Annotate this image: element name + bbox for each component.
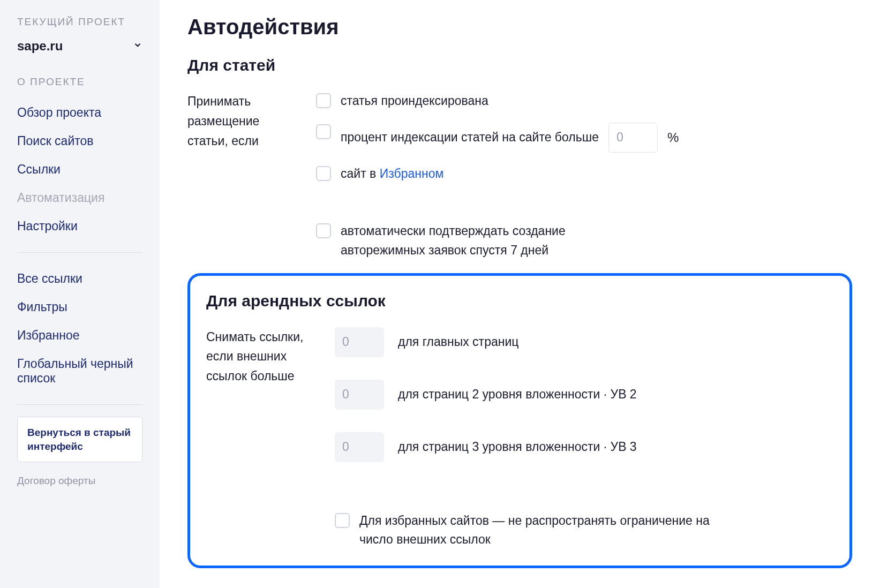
- checkbox-favorites-exempt[interactable]: [335, 513, 350, 528]
- sidebar-nav-about: Обзор проекта Поиск сайтов Ссылки Автома…: [17, 99, 142, 240]
- sidebar: ТЕКУЩИЙ ПРОЕКТ sape.ru О ПРОЕКТЕ Обзор п…: [0, 0, 160, 588]
- checkbox-site-favorites[interactable]: [316, 166, 331, 181]
- checkbox-row-indexed: статья проиндексирована: [316, 92, 852, 111]
- legacy-interface-button[interactable]: Вернуться в старый интерфейс: [17, 417, 142, 462]
- sidebar-item-blacklist[interactable]: Глобальный черный список: [17, 350, 142, 393]
- sidebar-footer-offer-link[interactable]: Договор оферты: [17, 475, 142, 487]
- rental-links-highlight-box: Для арендных ссылок Снимать ссылки, если…: [187, 273, 852, 568]
- page-title: Автодействия: [187, 15, 852, 39]
- project-selector[interactable]: sape.ru: [17, 39, 142, 54]
- rental-input-main[interactable]: [335, 327, 384, 357]
- rental-suffix-lvl2: для страниц 2 уровня вложенности · УВ 2: [398, 387, 637, 402]
- sidebar-item-site-search[interactable]: Поиск сайтов: [17, 127, 142, 155]
- rental-remove-label: Снимать ссылки, если внешних ссылок боль…: [206, 327, 313, 549]
- sidebar-item-favorites[interactable]: Избранное: [17, 321, 142, 350]
- checkbox-autoconfirm[interactable]: [316, 223, 331, 238]
- rental-row-lvl3: для страниц 3 уровня вложенности · УВ 3: [335, 432, 833, 462]
- rental-suffix-lvl3: для страниц 3 уровня вложенности · УВ 3: [398, 440, 637, 454]
- percent-controls: процент индексации статей на сайте больш…: [341, 123, 679, 153]
- rental-row-lvl2: для страниц 2 уровня вложенности · УВ 2: [335, 380, 833, 410]
- percent-sign: %: [667, 130, 679, 145]
- section-heading-articles: Для статей: [187, 56, 852, 74]
- articles-accept-controls: статья проиндексирована процент индексац…: [316, 92, 852, 260]
- rental-suffix-main: для главных страниц: [398, 335, 518, 349]
- rental-input-lvl2[interactable]: [335, 380, 384, 410]
- checkbox-index-percent-label: процент индексации статей на сайте больш…: [341, 128, 599, 147]
- sidebar-divider: [17, 252, 142, 253]
- rental-remove-block: Снимать ссылки, если внешних ссылок боль…: [206, 327, 833, 549]
- checkbox-row-favorites-exempt: Для избранных сайтов — не распространять…: [335, 511, 833, 549]
- articles-accept-block: Принимать размещение статьи, если статья…: [187, 92, 852, 260]
- sidebar-label-about-project: О ПРОЕКТЕ: [17, 76, 142, 88]
- checkbox-row-autoconfirm: автоматически подтверждать создание авто…: [316, 222, 852, 260]
- checkbox-site-favorites-label: сайт в Избранном: [341, 164, 443, 184]
- checkbox-autoconfirm-label: автоматически подтверждать создание авто…: [341, 222, 641, 260]
- checkbox-row-favorites: сайт в Избранном: [316, 164, 852, 184]
- section-heading-rental: Для арендных ссылок: [206, 292, 833, 310]
- sidebar-label-current-project: ТЕКУЩИЙ ПРОЕКТ: [17, 16, 142, 28]
- articles-accept-label: Принимать размещение статьи, если: [187, 92, 295, 260]
- sidebar-nav-links: Все ссылки Фильтры Избранное Глобальный …: [17, 265, 142, 393]
- project-selector-name: sape.ru: [17, 39, 63, 54]
- checkbox-article-indexed[interactable]: [316, 93, 331, 108]
- favorites-link[interactable]: Избранном: [380, 167, 444, 180]
- checkbox-favorites-exempt-label: Для избранных сайтов — не распространять…: [359, 511, 724, 549]
- sidebar-item-overview[interactable]: Обзор проекта: [17, 99, 142, 127]
- sidebar-item-all-links[interactable]: Все ссылки: [17, 265, 142, 293]
- sidebar-item-filters[interactable]: Фильтры: [17, 293, 142, 321]
- checkbox-index-percent[interactable]: [316, 124, 331, 139]
- rental-row-main: для главных страниц: [335, 327, 833, 357]
- sidebar-divider: [17, 404, 142, 405]
- sidebar-item-automation[interactable]: Автоматизация: [17, 184, 142, 212]
- rental-remove-controls: для главных страниц для страниц 2 уровня…: [335, 327, 833, 549]
- chevron-down-icon: [133, 40, 142, 52]
- sidebar-item-links[interactable]: Ссылки: [17, 155, 142, 184]
- checkbox-row-percent: процент индексации статей на сайте больш…: [316, 123, 852, 153]
- rental-input-lvl3[interactable]: [335, 432, 384, 462]
- sidebar-item-settings[interactable]: Настройки: [17, 212, 142, 240]
- main-content: Автодействия Для статей Принимать размещ…: [160, 0, 880, 588]
- checkbox-article-indexed-label: статья проиндексирована: [341, 92, 488, 111]
- index-percent-input[interactable]: [608, 123, 658, 153]
